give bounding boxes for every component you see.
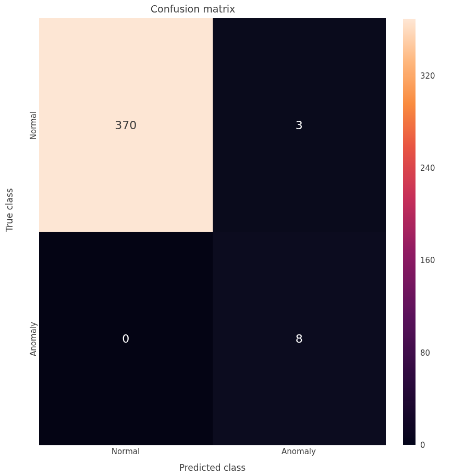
colorbar-tick: 80: [420, 348, 430, 358]
x-axis-label: Predicted class: [39, 462, 386, 473]
colorbar-tick: 240: [420, 164, 435, 173]
cell-normal-anomaly: 3: [213, 18, 386, 232]
colorbar: [402, 18, 416, 445]
y-tick-normal: Normal: [29, 94, 38, 157]
colorbar-tick: 320: [420, 71, 435, 81]
heatmap-row: 0 8: [39, 232, 386, 445]
chart-title: Confusion matrix: [0, 3, 386, 15]
colorbar-tick: 0: [420, 441, 425, 450]
cell-normal-normal: 370: [39, 18, 213, 232]
x-tick-normal: Normal: [39, 447, 212, 456]
x-tick-anomaly: Anomaly: [212, 447, 385, 456]
confusion-matrix-heatmap: 370 3 0 8: [39, 18, 386, 445]
cell-anomaly-anomaly: 8: [213, 232, 386, 445]
colorbar-tick: 160: [420, 256, 435, 265]
y-tick-anomaly: Anomaly: [29, 308, 38, 370]
heatmap-row: 370 3: [39, 18, 386, 232]
cell-anomaly-normal: 0: [39, 232, 213, 445]
y-axis-label: True class: [4, 188, 15, 232]
